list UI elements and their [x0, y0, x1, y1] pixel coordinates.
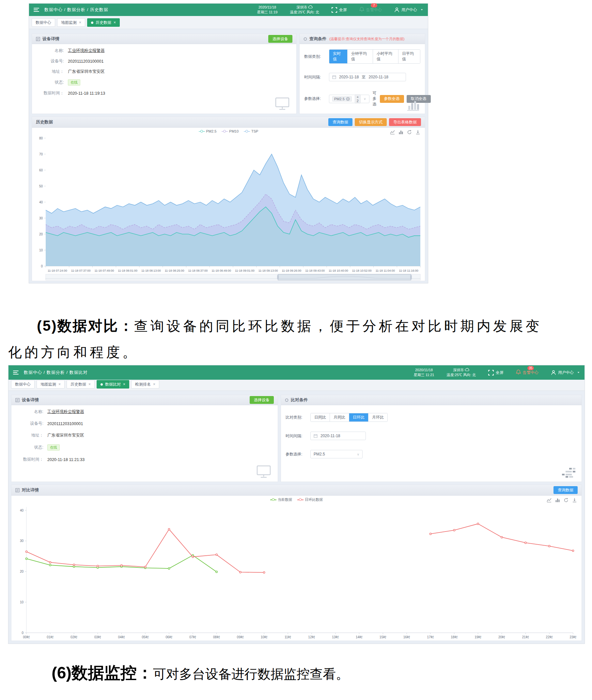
- compare-line-chart[interactable]: 01020304000时01时02时03时04时05时06时07时08时09时1…: [11, 496, 582, 642]
- close-icon[interactable]: ×: [153, 382, 155, 386]
- user-center-button[interactable]: 用户中心 ▼: [551, 370, 580, 375]
- y-tick-label: 10: [20, 600, 24, 604]
- select-device-button[interactable]: 选择设备: [268, 35, 292, 43]
- alarm-center-button[interactable]: 7 告警中心: [359, 7, 382, 13]
- y-tick-label: 0: [21, 631, 23, 635]
- data-point-marker: [49, 564, 51, 566]
- date-range-input[interactable]: 2020-11-18 至 2020-11-18: [329, 73, 406, 81]
- legend-label: TSP: [251, 129, 258, 133]
- legend-item[interactable]: 日环比数据: [297, 497, 323, 502]
- data-point-marker: [49, 562, 51, 563]
- legend-item[interactable]: 当前数据: [270, 497, 292, 502]
- legend-label: PM2.5: [206, 129, 217, 133]
- x-tick-label: 00时: [23, 635, 30, 639]
- param-value: PM2.5: [314, 452, 325, 457]
- x-tick-label: 11-18 09:26:00: [282, 269, 301, 272]
- tab-detection-rank[interactable]: 检测排名×: [131, 380, 159, 388]
- data-point-marker: [73, 566, 75, 567]
- y-tick-label: 40: [20, 509, 24, 512]
- datazoom-handle[interactable]: [410, 275, 412, 279]
- status-badge: 在线: [47, 445, 60, 451]
- close-icon[interactable]: ×: [113, 20, 116, 25]
- legend-item[interactable]: TSP: [244, 129, 258, 133]
- segment-day-avg[interactable]: 日平均值: [398, 50, 420, 63]
- segment-realtime[interactable]: 实时值: [329, 50, 347, 63]
- fullscreen-icon: [488, 370, 494, 375]
- query-data-button[interactable]: 查询数据: [553, 486, 578, 494]
- segment-month-yoy[interactable]: 月同比: [330, 413, 349, 421]
- para5-heading: (5)数据对比：: [37, 318, 134, 334]
- panel-header: 对比详情 查询数据: [11, 485, 582, 496]
- x-tick-label: 22时: [546, 635, 553, 639]
- query-data-button[interactable]: 查询数据: [328, 118, 352, 126]
- history-area-chart[interactable]: 0102030405060708011-18 07:24:0011-18 07:…: [32, 128, 425, 280]
- user-icon: [551, 370, 556, 375]
- chevron-down-icon: ▼: [420, 8, 423, 11]
- select-all-params-button[interactable]: 参数全选: [380, 95, 404, 103]
- datazoom-window[interactable]: [278, 274, 411, 280]
- segment-minute-avg[interactable]: 分钟平均值: [347, 50, 373, 63]
- select-device-button[interactable]: 选择设备: [250, 396, 274, 404]
- tab-map-monitor[interactable]: 地图监测×: [37, 380, 65, 388]
- chevron-down-icon: ∨: [363, 97, 366, 101]
- tab-data-center[interactable]: 数据中心: [32, 18, 55, 27]
- tab-map-monitor[interactable]: 地图监测×: [57, 18, 85, 27]
- x-tick-label: 02时: [70, 635, 77, 639]
- menu-icon[interactable]: [13, 371, 18, 374]
- segment-day-mom[interactable]: 日环比: [349, 413, 368, 421]
- line-chart-toggle-icon[interactable]: [547, 498, 551, 503]
- menu-icon[interactable]: [34, 8, 39, 12]
- fullscreen-button[interactable]: 全屏: [332, 7, 347, 13]
- fullscreen-button[interactable]: 全屏: [488, 370, 503, 375]
- close-icon[interactable]: ×: [79, 20, 81, 25]
- time-range-row: 时间间隔: 2020-11-18: [286, 432, 577, 440]
- device-detail-panel: 设备详情 选择设备 名称: 工业环境粉尘报警器 设备号: 20201112031…: [11, 395, 278, 482]
- close-icon[interactable]: ×: [89, 382, 91, 386]
- bar-chart-toggle-icon[interactable]: [398, 130, 403, 135]
- device-name[interactable]: 工业环境粉尘报警器: [68, 48, 105, 53]
- legend-item[interactable]: PM10: [221, 129, 239, 133]
- data-blocks-icon: [562, 468, 576, 478]
- data-point-marker: [525, 542, 527, 544]
- x-tick-label: 11-18 09:01:00: [235, 269, 255, 272]
- legend-item[interactable]: PM2.5: [199, 129, 217, 133]
- device-name[interactable]: 工业环境粉尘报警器: [47, 409, 84, 415]
- tab-data-center[interactable]: 数据中心: [11, 380, 35, 388]
- tab-history-data[interactable]: 历史数据×: [66, 380, 95, 388]
- date-end: 2020-11-18: [369, 75, 389, 79]
- datazoom-handle[interactable]: [277, 275, 279, 279]
- date-input[interactable]: 2020-11-18: [310, 432, 366, 440]
- segment-hour-avg[interactable]: 小时平均值: [373, 50, 398, 63]
- line-chart-toggle-icon[interactable]: [390, 130, 395, 135]
- x-tick-label: 09时: [237, 635, 244, 639]
- export-table-button[interactable]: 导出表格数据: [389, 118, 421, 126]
- x-tick-label: 06时: [165, 635, 172, 639]
- tab-history-data[interactable]: 历史数据×: [87, 18, 120, 27]
- weather-detail: 温度:25℃ 风向: 北: [446, 373, 476, 377]
- download-icon[interactable]: [572, 498, 577, 503]
- y-tick-label: 80: [39, 136, 43, 140]
- download-icon[interactable]: [415, 130, 420, 135]
- x-tick-label: 11-18 11:16:00: [399, 269, 418, 272]
- header-datetime: 2020/11/18 星期三 11:19: [257, 5, 278, 15]
- close-icon[interactable]: ×: [123, 382, 125, 386]
- param-select[interactable]: PM2.5 ∨: [310, 450, 362, 458]
- bar-chart-toggle-icon[interactable]: [555, 498, 560, 503]
- switch-display-button[interactable]: 切换显示方式: [355, 118, 387, 126]
- alarm-label: 告警中心: [523, 370, 539, 375]
- x-tick-label: 11-18 08:25:00: [165, 269, 184, 272]
- refresh-icon[interactable]: [563, 498, 569, 503]
- chart-legend: PM2.5PM10TSP: [32, 129, 425, 133]
- param-multiselect[interactable]: PM2.5× + 2 ∨: [329, 95, 369, 103]
- tab-data-compare[interactable]: 数据比对×: [97, 380, 129, 388]
- segment-month-mom[interactable]: 月环比: [368, 413, 387, 421]
- y-tick-label: 50: [39, 184, 43, 188]
- data-point-marker: [501, 536, 503, 538]
- user-center-button[interactable]: 用户中心 ▼: [394, 7, 423, 13]
- segment-day-yoy[interactable]: 日同比: [311, 413, 330, 421]
- refresh-icon[interactable]: [407, 130, 412, 135]
- fullscreen-label: 全屏: [496, 370, 503, 375]
- close-icon[interactable]: ×: [58, 382, 61, 386]
- alarm-center-button[interactable]: 35 告警中心: [516, 370, 539, 376]
- tag-close-icon[interactable]: ×: [346, 97, 350, 101]
